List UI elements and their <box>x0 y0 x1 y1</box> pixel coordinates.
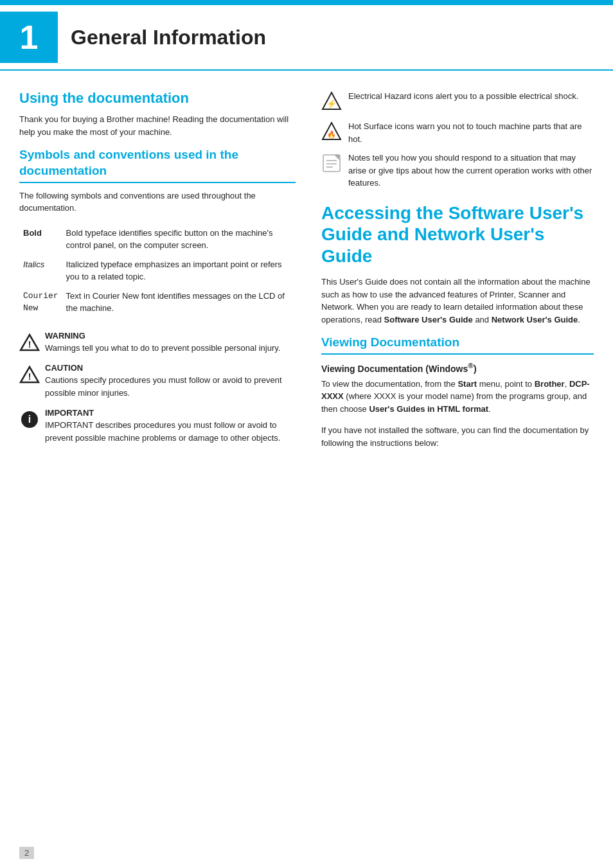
term-italics: Italics <box>19 255 62 287</box>
warning-box: ! WARNING Warnings tell you what to do t… <box>19 331 296 355</box>
chapter-banner: 1 General Information <box>0 5 613 71</box>
svg-text:i: i <box>28 414 31 425</box>
using-documentation-heading: Using the documentation <box>19 90 296 107</box>
accessing-section: Accessing the Software User's Guide and … <box>321 202 594 326</box>
term-courier-desc: Text in Courier New font identifies mess… <box>62 287 296 318</box>
caution-body: Cautions specify procedures you must fol… <box>45 374 296 399</box>
svg-text:🔥: 🔥 <box>327 130 336 139</box>
table-row: Italics Italicized typeface emphasizes a… <box>19 255 296 287</box>
term-courier: CourierNew <box>19 287 62 318</box>
warning-content: WARNING Warnings tell you what to do to … <box>45 331 280 355</box>
left-column: Using the documentation Thank you for bu… <box>19 90 296 458</box>
important-box: i IMPORTANT IMPORTANT describes procedur… <box>19 408 296 444</box>
warning-body: Warnings tell you what to do to prevent … <box>45 342 280 355</box>
page-container: Using the documentation Thank you for bu… <box>0 71 613 477</box>
term-bold-desc: Bold typeface identifies specific button… <box>62 224 296 255</box>
accessing-body: This User's Guide does not contain all t… <box>321 276 594 326</box>
electrical-hazard-text: Electrical Hazard icons alert you to a p… <box>348 90 578 103</box>
notes-row: Notes tell you how you should respond to… <box>321 152 594 190</box>
svg-text:!: ! <box>28 371 31 382</box>
warning-icon: ! <box>19 332 40 353</box>
electrical-hazard-icon: ⚡ <box>321 91 342 114</box>
caution-icon: ! <box>19 364 40 385</box>
right-column: ⚡ Electrical Hazard icons alert you to a… <box>321 90 594 458</box>
important-title: IMPORTANT <box>45 408 296 418</box>
caution-content: CAUTION Cautions specify procedures you … <box>45 363 296 399</box>
table-row: Bold Bold typeface identifies specific b… <box>19 224 296 255</box>
top-accent-strip <box>0 0 613 5</box>
important-content: IMPORTANT IMPORTANT describes procedures… <box>45 408 296 444</box>
electrical-hazard-row: ⚡ Electrical Hazard icons alert you to a… <box>321 90 594 114</box>
using-documentation-body: Thank you for buying a Brother machine! … <box>19 113 296 138</box>
convention-table: Bold Bold typeface identifies specific b… <box>19 224 296 318</box>
warning-title: WARNING <box>45 331 280 341</box>
hot-surface-row: 🔥 Hot Surface icons warn you not to touc… <box>321 120 594 145</box>
notes-icon <box>321 153 342 175</box>
hot-surface-icon: 🔥 <box>321 121 342 144</box>
chapter-title: General Information <box>71 26 266 49</box>
caution-box: ! CAUTION Cautions specify procedures yo… <box>19 363 296 399</box>
symbols-intro: The following symbols and conventions ar… <box>19 190 296 215</box>
using-documentation-section: Using the documentation Thank you for bu… <box>19 90 296 138</box>
symbols-section: Symbols and conventions used in the docu… <box>19 147 296 317</box>
caution-title: CAUTION <box>45 363 296 373</box>
svg-text:⚡: ⚡ <box>326 98 337 109</box>
hot-surface-text: Hot Surface icons warn you not to touch … <box>348 120 594 145</box>
chapter-number: 1 <box>0 12 58 63</box>
viewing-windows-body: To view the documentation, from the Star… <box>321 378 594 416</box>
table-row: CourierNew Text in Courier New font iden… <box>19 287 296 318</box>
viewing-not-installed-body: If you have not installed the software, … <box>321 424 594 449</box>
notes-text: Notes tell you how you should respond to… <box>348 152 594 190</box>
accessing-heading: Accessing the Software User's Guide and … <box>321 202 594 267</box>
icon-rows-section: ⚡ Electrical Hazard icons alert you to a… <box>321 90 594 190</box>
term-italics-desc: Italicized typeface emphasizes an import… <box>62 255 296 287</box>
term-bold: Bold <box>19 224 62 255</box>
viewing-heading: Viewing Documentation <box>321 335 594 355</box>
viewing-section: Viewing Documentation Viewing Documentat… <box>321 335 594 449</box>
page-number: 2 <box>19 847 34 859</box>
svg-text:!: ! <box>28 339 31 350</box>
symbols-heading: Symbols and conventions used in the docu… <box>19 147 296 182</box>
important-icon: i <box>19 409 40 430</box>
viewing-windows-sub: Viewing Documentation (Windows®) <box>321 361 594 374</box>
important-body: IMPORTANT describes procedures you must … <box>45 419 296 444</box>
